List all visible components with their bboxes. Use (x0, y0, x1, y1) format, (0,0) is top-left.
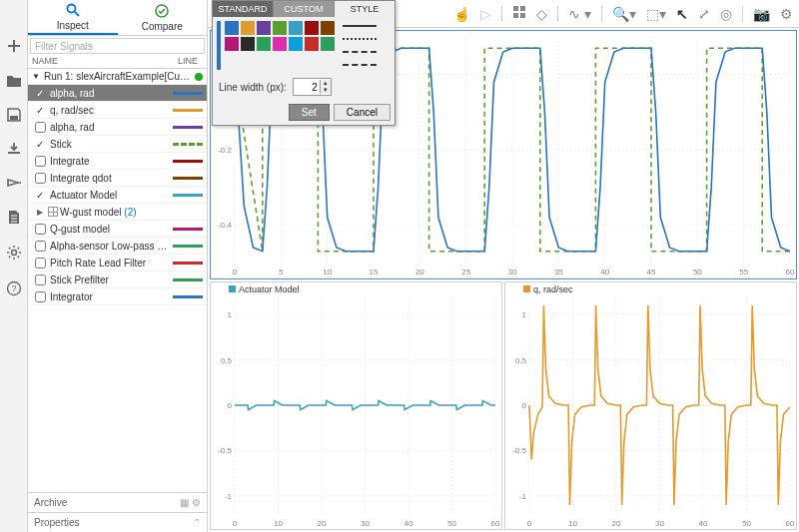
color-swatch[interactable] (273, 21, 287, 35)
pointer-icon[interactable]: ↖ (676, 6, 688, 22)
signal-row[interactable]: Integrator (28, 288, 207, 305)
help-icon[interactable]: ? (6, 280, 22, 298)
archive-section[interactable]: Archive ▦ ⚙ (28, 492, 207, 512)
fit-icon[interactable]: ⤢ (698, 6, 710, 22)
color-swatch[interactable] (289, 21, 303, 35)
color-swatch[interactable] (257, 21, 271, 35)
camera-icon[interactable]: 📷 (753, 6, 770, 22)
region-icon[interactable]: ⬚▾ (646, 6, 666, 22)
filter-signals-input[interactable]: Filter Signals (30, 38, 205, 54)
color-swatch[interactable] (225, 37, 239, 51)
signal-checkbox[interactable] (32, 224, 48, 235)
color-swatch[interactable] (257, 37, 271, 51)
svg-text:20: 20 (415, 267, 424, 276)
signal-checkbox[interactable]: ▶ (32, 208, 48, 217)
signal-line-preview (173, 194, 203, 197)
svg-text:-0.2: -0.2 (218, 146, 232, 155)
signal-row[interactable]: Integrate (28, 153, 207, 170)
signal-checkbox[interactable] (32, 156, 48, 167)
gear-icon[interactable]: ⚙ (780, 6, 793, 22)
play-icon[interactable]: ▷ (480, 6, 491, 22)
selected-line-preview (217, 21, 221, 70)
signal-line-preview (173, 143, 203, 146)
signal-name: Q-gust model (48, 224, 173, 235)
signal-row[interactable]: ▶W-gust model (2) (28, 204, 207, 221)
plus-icon[interactable] (6, 38, 22, 56)
plot-bottom-left[interactable]: Actuator Model -1-0.500.510102030405060 (210, 281, 502, 531)
save-icon[interactable] (7, 108, 21, 124)
signal-row[interactable]: ✓alpha, rad (28, 85, 207, 102)
svg-point-1 (11, 251, 16, 256)
set-button[interactable]: Set (289, 104, 330, 121)
line-width-input[interactable] (294, 82, 320, 93)
line-width-label: Line width (px): (219, 82, 287, 93)
popup-tab-standard[interactable]: STANDARD (213, 1, 274, 17)
linestyle-dotted[interactable] (343, 34, 377, 44)
svg-text:20: 20 (612, 519, 621, 528)
color-swatch[interactable] (225, 21, 239, 35)
linestyle-dashed[interactable] (343, 47, 377, 57)
status-dot-icon (195, 73, 203, 81)
svg-text:40: 40 (600, 267, 609, 276)
signal-checkbox[interactable]: ✓ (32, 105, 48, 116)
svg-text:50: 50 (693, 267, 702, 276)
settings-gear-icon[interactable] (6, 245, 22, 263)
svg-text:60: 60 (786, 519, 795, 528)
svg-text:10: 10 (323, 267, 332, 276)
properties-section[interactable]: Properties ⌃ (28, 512, 207, 532)
run-row[interactable]: ▼ Run 1: slexAircraftExample[Current] (28, 69, 207, 85)
color-swatch[interactable] (305, 21, 319, 35)
signal-row[interactable]: ✓q, rad/sec (28, 102, 207, 119)
signal-row[interactable]: alpha, rad (28, 119, 207, 136)
signal-row[interactable]: ✓Actuator Model (28, 187, 207, 204)
signal-row[interactable]: Q-gust model (28, 221, 207, 238)
line-width-spinner[interactable]: ▲▼ (293, 78, 332, 96)
linestyle-dashdot[interactable] (343, 60, 377, 70)
signal-checkbox[interactable]: ✓ (32, 190, 48, 201)
signal-checkbox[interactable]: ✓ (32, 139, 48, 150)
signal-checkbox[interactable] (32, 122, 48, 133)
spin-up-icon[interactable]: ▲ (321, 80, 331, 87)
color-swatch[interactable] (305, 37, 319, 51)
signal-row[interactable]: ✓Stick (28, 136, 207, 153)
svg-text:0: 0 (522, 401, 527, 410)
linestyle-solid[interactable] (343, 21, 377, 31)
signal-row[interactable]: Alpha-sensor Low-pass Filter (28, 238, 207, 255)
color-swatch[interactable] (289, 37, 303, 51)
wave-icon[interactable]: ∿ ▾ (568, 6, 591, 22)
tab-inspect[interactable]: Inspect (28, 0, 118, 35)
color-swatch[interactable] (321, 21, 335, 35)
color-swatch[interactable] (321, 37, 335, 51)
document-icon[interactable] (8, 210, 20, 227)
plot-bottom-right[interactable]: q, rad/sec -1-0.500.510102030405060 (504, 281, 797, 531)
signal-row[interactable]: Integrate qdot (28, 170, 207, 187)
signal-name: alpha, rad (48, 122, 173, 133)
spin-down-icon[interactable]: ▼ (321, 87, 331, 94)
color-swatch[interactable] (273, 37, 287, 51)
color-swatch[interactable] (241, 21, 255, 35)
color-swatch[interactable] (241, 37, 255, 51)
eraser-icon[interactable]: ◇ (536, 6, 547, 22)
signal-row[interactable]: Pitch Rate Lead Filter (28, 255, 207, 271)
signal-checkbox[interactable] (32, 173, 48, 184)
download-icon[interactable] (6, 142, 22, 158)
svg-text:40: 40 (404, 519, 413, 528)
signal-checkbox[interactable] (32, 258, 48, 268)
target-icon[interactable]: ◎ (720, 6, 732, 22)
signal-checkbox[interactable] (32, 291, 48, 302)
tab-compare[interactable]: Compare (118, 0, 208, 35)
signal-checkbox[interactable]: ✓ (32, 88, 48, 99)
signal-row[interactable]: Stick Prefilter (28, 271, 207, 288)
line-settings-popup: STANDARD CUSTOM STYLE Line width (px): ▲… (212, 0, 396, 126)
folder-icon[interactable] (6, 74, 22, 90)
svg-text:?: ? (11, 283, 16, 293)
share-icon[interactable] (6, 176, 22, 192)
zoom-icon[interactable]: 🔍▾ (612, 6, 636, 22)
popup-tab-style[interactable]: STYLE (335, 1, 395, 17)
fingerprint-icon[interactable]: ☝ (453, 6, 470, 22)
signal-checkbox[interactable] (32, 241, 48, 252)
popup-tab-custom[interactable]: CUSTOM (274, 1, 335, 17)
cancel-button[interactable]: Cancel (334, 104, 391, 121)
signal-checkbox[interactable] (32, 274, 48, 285)
grid-layout-icon[interactable] (512, 5, 526, 22)
